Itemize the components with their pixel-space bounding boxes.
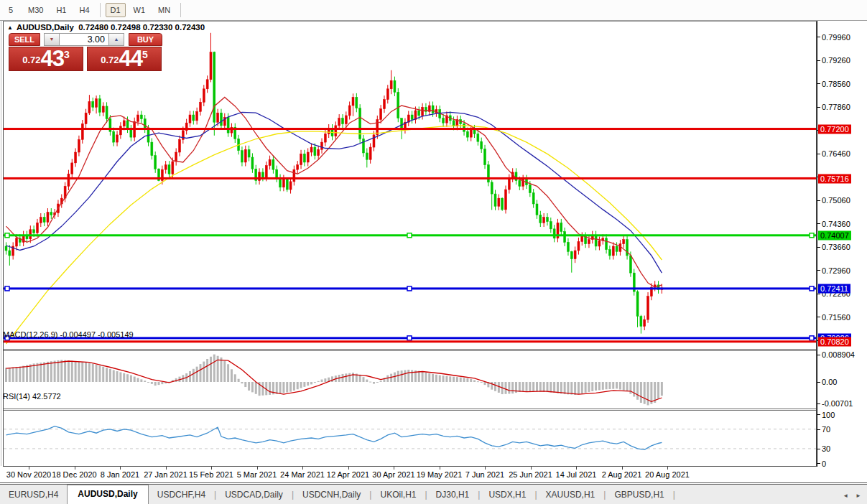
price-axis[interactable]: 0.799600.792600.785600.778600.771600.764… — [817, 21, 867, 467]
tab-xauusd[interactable]: XAUUSD,H1 — [537, 486, 604, 504]
rsi-title: RSI(14) 42.5772 — [3, 392, 61, 401]
ma-mid-line — [6, 112, 662, 273]
macd-signal-value: -0.005149 — [98, 330, 134, 339]
timeframe-button-h1[interactable]: H1 — [51, 3, 71, 17]
date-tick-mark — [166, 467, 167, 470]
date-label: 5 Mar 2021 — [237, 470, 277, 479]
macd-axis-label: 0.008904 — [822, 350, 855, 359]
toolbar-separator — [100, 3, 101, 17]
date-label: 25 Jun 2021 — [509, 470, 552, 479]
date-label: 15 Feb 2021 — [189, 470, 233, 479]
hline-handle[interactable] — [407, 233, 412, 238]
rsi-indicator-panel[interactable] — [4, 411, 816, 465]
rsi-axis-label: 100 — [822, 411, 835, 419]
tab-ukoil[interactable]: UKOil,H1 — [371, 486, 425, 504]
tab-scroll-left-icon[interactable]: ◄ — [843, 493, 848, 499]
timeframe-button-m30[interactable]: M30 — [23, 3, 48, 17]
collapse-panel-icon[interactable]: ▲ — [7, 24, 13, 31]
hline-0.75716[interactable] — [4, 177, 816, 179]
buy-price-big: 44 — [119, 48, 142, 70]
chart-title: ▲AUDUSD,Daily 0.72480 0.72498 0.72330 0.… — [7, 23, 205, 32]
hline-handle[interactable] — [810, 286, 814, 291]
date-label: 30 Apr 2021 — [372, 470, 414, 479]
buy-price-prefix: 0.72 — [101, 51, 119, 70]
timeframe-button-5[interactable]: 5 — [1, 3, 20, 17]
date-label: 20 Aug 2021 — [645, 470, 690, 479]
tab-separator: | — [673, 490, 675, 504]
volume-decrease-icon[interactable]: ▼ — [44, 33, 60, 46]
sell-button[interactable]: SELL — [9, 33, 40, 46]
axis-tick-mark — [817, 429, 820, 430]
tab-usdcad[interactable]: USDCAD,Daily — [216, 486, 292, 504]
axis-tick-mark — [817, 223, 820, 224]
date-tick-mark — [622, 467, 623, 470]
chart-tab-bar: EURUSD,H4AUDUSD,DailyUSDCHF,H4|USDCAD,Da… — [0, 485, 867, 504]
rsi-axis-label: 30 — [822, 444, 830, 453]
macd-axis-label: 0.00 — [822, 378, 837, 386]
axis-tick-mark — [817, 403, 820, 404]
hline-handle[interactable] — [407, 336, 412, 340]
date-tick-mark — [531, 467, 532, 470]
volume-increase-icon[interactable]: ▲ — [108, 33, 124, 46]
tab-eurusd[interactable]: EURUSD,H4 — [0, 486, 67, 504]
date-tick-mark — [576, 467, 577, 470]
macd-indicator-panel[interactable] — [4, 351, 816, 409]
timeframe-button-mn[interactable]: MN — [153, 3, 175, 17]
one-click-trading-panel: SELL ▼ ▲ BUY 0.72433 0.72445 — [9, 33, 162, 71]
date-tick-mark — [302, 467, 303, 470]
tab-gbpusd[interactable]: GBPUSD,H1 — [606, 486, 672, 504]
ohlc-close: 0.72430 — [175, 23, 205, 32]
rsi-axis-label: 70 — [822, 425, 830, 434]
buy-button[interactable]: BUY — [129, 33, 162, 46]
timeframe-button-w1[interactable]: W1 — [129, 3, 151, 17]
hline-handle[interactable] — [5, 286, 9, 291]
date-tick-mark — [211, 467, 212, 470]
price-marker-label: 0.77200 — [818, 125, 851, 134]
hline-handle[interactable] — [5, 233, 9, 238]
tab-audusd[interactable]: AUDUSD,Daily — [67, 485, 148, 504]
toolbar-separator — [180, 3, 181, 17]
tab-usdchf[interactable]: USDCHF,H4 — [149, 486, 214, 504]
timeframe-toolbar: 5M30H1H4D1W1MN — [0, 0, 867, 21]
sell-price-display[interactable]: 0.72433 — [9, 47, 83, 71]
tab-dj30[interactable]: DJ30,H1 — [427, 486, 478, 504]
date-axis[interactable]: 30 Nov 202018 Dec 20208 Jan 202127 Jan 2… — [3, 467, 867, 482]
price-tick-label: 0.72960 — [822, 266, 850, 275]
hline-0.7082[interactable] — [4, 340, 816, 342]
price-marker-label: 0.74007 — [818, 231, 851, 241]
timeframe-button-d1[interactable]: D1 — [106, 3, 126, 17]
axis-tick-mark — [817, 294, 820, 294]
timeframe-button-h4[interactable]: H4 — [74, 3, 94, 17]
hline-handle[interactable] — [407, 286, 412, 291]
tab-usdcnh[interactable]: USDCNH,Daily — [294, 486, 369, 504]
date-label: 30 Nov 2020 — [6, 470, 51, 479]
macd-name: MACD(12,26,9) — [3, 330, 57, 339]
date-tick-mark — [75, 467, 75, 470]
axis-tick-mark — [817, 60, 820, 61]
macd-signal-line — [6, 360, 662, 401]
volume-input[interactable] — [60, 33, 108, 46]
price-tick-label: 0.76460 — [822, 149, 850, 158]
axis-tick-mark — [817, 463, 820, 464]
ma-fast-line — [6, 97, 662, 287]
macd-axis-label: -0.00701 — [822, 399, 853, 408]
hline-handle[interactable] — [810, 233, 814, 238]
date-tick-mark — [348, 467, 349, 470]
trading-platform-window: { "toolbar": { "items": [ {"label":"5","… — [0, 0, 867, 504]
tab-nav: ◄► — [843, 493, 861, 504]
tab-scroll-right-icon[interactable]: ► — [856, 493, 861, 499]
date-tick-mark — [485, 467, 486, 470]
tab-usdx[interactable]: USDX,H1 — [480, 486, 534, 504]
price-tick-label: 0.77860 — [822, 103, 850, 111]
hline-0.772[interactable] — [4, 128, 816, 130]
date-tick-mark — [120, 467, 121, 470]
macd-title: MACD(12,26,9) -0.004497 -0.005149 — [3, 330, 134, 339]
axis-tick-mark — [817, 355, 820, 355]
date-label: 27 Jan 2021 — [144, 470, 187, 479]
window-edge-line — [1, 21, 1, 466]
rsi-line — [6, 426, 662, 450]
axis-tick-mark — [817, 414, 820, 415]
buy-price-display[interactable]: 0.72445 — [87, 47, 162, 71]
hline-handle[interactable] — [810, 336, 814, 340]
macd-main-value: -0.004497 — [60, 330, 96, 339]
